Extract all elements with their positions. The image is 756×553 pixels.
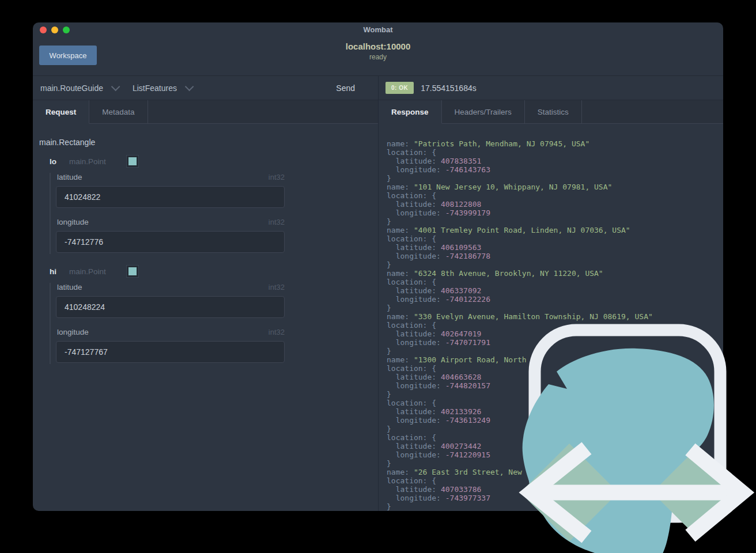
response-line: longitude: -744820157 [387, 381, 723, 390]
send-button[interactable]: Send [332, 83, 358, 93]
response-line: latitude: 406109563 [387, 243, 723, 252]
response-line: latitude: 402133926 [387, 407, 723, 416]
tab-metadata[interactable]: Metadata [89, 100, 148, 124]
response-body[interactable]: name: "Patriots Path, Mendham, NJ 07945,… [379, 124, 723, 511]
status-badge: 0: OK [385, 82, 414, 94]
response-line: location: { [387, 278, 723, 286]
server-address: localhost:10000 [33, 41, 723, 51]
method-bar: main.RouteGuide ListFeatures Send [33, 76, 378, 100]
longitude-input-hi[interactable] [56, 341, 285, 363]
response-line: longitude: -740122226 [387, 295, 723, 304]
response-line: location: { [387, 191, 723, 200]
response-line: } [387, 459, 723, 468]
response-line: } [387, 390, 723, 399]
response-line: latitude: 407033786 [387, 485, 723, 494]
service-select-value: main.RouteGuide [40, 84, 103, 93]
window-title: Wombat [33, 25, 723, 34]
response-line: location: { [387, 148, 723, 157]
response-line: longitude: -742186778 [387, 252, 723, 260]
response-line: longitude: -746143763 [387, 165, 723, 174]
method-select[interactable]: ListFeatures [133, 84, 191, 93]
response-line: } [387, 502, 723, 511]
enable-message-checkbox[interactable] [127, 266, 138, 277]
response-line: location: { [387, 321, 723, 329]
field-label: longitude [57, 218, 89, 226]
group-type: main.Point [69, 157, 106, 166]
response-line: latitude: 407838351 [387, 157, 723, 165]
response-line: latitude: 402647019 [387, 329, 723, 338]
response-line: } [387, 304, 723, 312]
longitude-input-lo[interactable] [56, 231, 285, 253]
response-line: name: "6324 8th Avenue, Brooklyn, NY 112… [387, 269, 723, 278]
response-line: name: "4001 Tremley Point Road, Linden, … [387, 226, 723, 234]
service-select[interactable]: main.RouteGuide [40, 84, 118, 93]
response-line: } [387, 425, 723, 433]
request-form: main.Rectangle lo main.Point latitude in… [33, 124, 378, 511]
response-line: } [387, 347, 723, 355]
field-label: longitude [57, 328, 89, 336]
response-line: latitude: 400273442 [387, 442, 723, 450]
tabbar-filler [582, 100, 723, 124]
response-line: location: { [387, 364, 723, 373]
field-group-lo: lo main.Point latitude int32 longitud [50, 155, 378, 254]
message-type-label: main.Rectangle [39, 138, 378, 147]
group-type: main.Point [69, 267, 106, 276]
group-name: lo [50, 157, 56, 166]
call-duration: 17.554151684s [421, 84, 477, 93]
header: Workspace localhost:10000 ready [33, 37, 723, 76]
response-line: name: "330 Evelyn Avenue, Hamilton Towns… [387, 312, 723, 321]
connection-info: localhost:10000 ready [33, 41, 723, 61]
response-line: latitude: 406337092 [387, 286, 723, 295]
response-line: name: "101 New Jersey 10, Whippany, NJ 0… [387, 183, 723, 191]
response-line: } [387, 260, 723, 269]
tab-request[interactable]: Request [33, 100, 89, 124]
response-line: longitude: -743977337 [387, 494, 723, 502]
screen: Wombat Workspace localhost:10000 ready m… [0, 0, 756, 553]
response-line: location: { [387, 234, 723, 243]
response-line: name: "Patriots Path, Mendham, NJ 07945,… [387, 139, 723, 148]
response-panel: 0: OK 17.554151684s Response Headers/Tra… [378, 76, 723, 511]
chevron-down-icon [111, 82, 120, 92]
response-line: name: "1300 Airport Road, North Br [387, 355, 723, 364]
response-line: location: { [387, 433, 723, 442]
tab-statistics[interactable]: Statistics [525, 100, 582, 124]
request-panel: main.RouteGuide ListFeatures Send Reques… [33, 76, 378, 511]
response-line: longitude: -743613249 [387, 416, 723, 425]
field-label: latitude [57, 283, 82, 291]
response-line: longitude: -747071791 [387, 338, 723, 347]
response-line: } [387, 217, 723, 226]
tabbar-filler [148, 100, 378, 124]
field-type: int32 [269, 283, 285, 291]
enable-message-checkbox[interactable] [127, 156, 138, 167]
response-line: latitude: 404663628 [387, 373, 723, 381]
response-line: location: { [387, 399, 723, 407]
request-tabbar: Request Metadata [33, 100, 378, 124]
latitude-input-hi[interactable] [56, 296, 285, 318]
field-group-hi: hi main.Point latitude int32 longitud [50, 265, 378, 364]
wombat-window: Wombat Workspace localhost:10000 ready m… [33, 22, 723, 511]
response-line: longitude: -741220915 [387, 450, 723, 459]
field-type: int32 [269, 218, 285, 226]
response-line: location: { [387, 476, 723, 485]
chevron-down-icon [185, 82, 194, 92]
titlebar: Wombat [33, 22, 723, 37]
field-type: int32 [269, 173, 285, 181]
latitude-input-lo[interactable] [56, 186, 285, 208]
result-bar: 0: OK 17.554151684s [379, 76, 723, 100]
response-line: latitude: 408122808 [387, 200, 723, 209]
connection-state: ready [33, 53, 723, 61]
response-tabbar: Response Headers/Trailers Statistics [379, 100, 723, 124]
method-select-value: ListFeatures [133, 84, 177, 93]
group-name: hi [50, 267, 56, 276]
response-line: } [387, 174, 723, 183]
field-label: latitude [57, 173, 82, 181]
field-type: int32 [269, 328, 285, 336]
response-line: longitude: -743999179 [387, 209, 723, 217]
response-line: name: "26 East 3rd Street, New Pr [387, 468, 723, 476]
tab-headers-trailers[interactable]: Headers/Trailers [442, 100, 525, 124]
tab-response[interactable]: Response [379, 100, 442, 124]
